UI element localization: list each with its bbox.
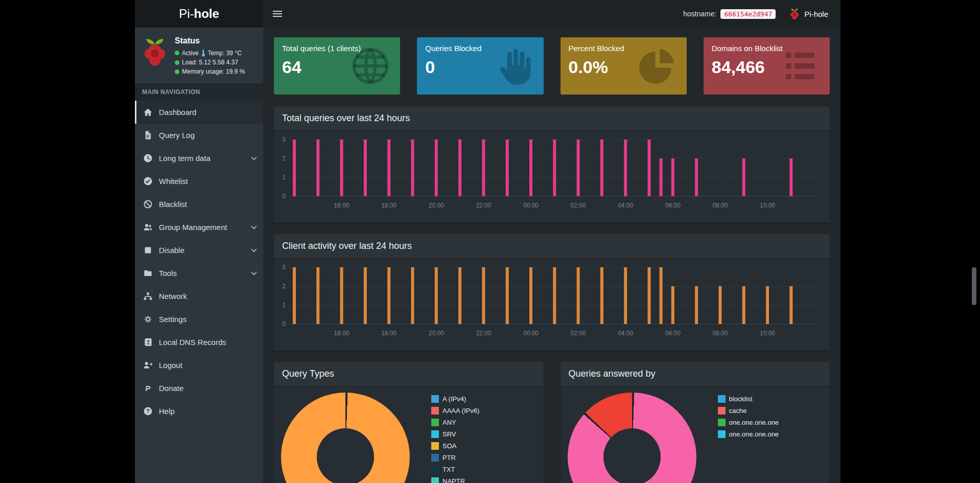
chevron-down-icon — [251, 154, 256, 160]
legend-swatch-icon — [718, 430, 726, 438]
legend-label: SOA — [442, 442, 456, 450]
svg-text:3: 3 — [282, 264, 286, 271]
topbar-pihole-link[interactable]: Pi-hole — [789, 7, 828, 20]
legend-label: AAAA (IPv6) — [442, 407, 479, 415]
legend-item[interactable]: SOA — [431, 442, 479, 450]
status-panel: Status Active Temp: 39 °C Load: 5.12 5.5… — [135, 28, 263, 83]
legend-item[interactable]: A (IPv4) — [431, 395, 479, 403]
sidebar-item-label: Logout — [159, 361, 182, 370]
svg-text:08:00: 08:00 — [712, 202, 728, 209]
sidebar-item-label: Donate — [159, 384, 183, 393]
legend-item[interactable]: SRV — [431, 430, 479, 438]
legend-item[interactable]: PTR — [431, 454, 479, 462]
hostname-label: hostname: — [683, 10, 716, 18]
stat-card-value: 0.0% — [569, 57, 679, 77]
sidebar-item-query-log[interactable]: Query Log — [135, 124, 263, 147]
stat-card-percent-blocked: Percent Blocked0.0% — [561, 37, 687, 95]
legend-item[interactable]: AAAA (IPv6) — [431, 407, 479, 415]
legend-swatch-icon — [718, 419, 726, 426]
raspberry-icon — [789, 7, 800, 20]
legend-swatch-icon — [431, 454, 439, 462]
legend-label: cache — [729, 407, 747, 415]
sidebar-item-label: Blacklist — [159, 200, 187, 209]
stat-card-total-queries-1-clients-: Total queries (1 clients)64 — [274, 37, 400, 95]
sidebar-item-blacklist[interactable]: Blacklist — [135, 193, 263, 216]
sidebar-item-settings[interactable]: Settings — [135, 308, 263, 331]
brand-prefix: Pi- — [179, 7, 194, 21]
legend-swatch-icon — [431, 442, 439, 450]
panel-header: Total queries over last 24 hours — [274, 106, 830, 131]
legend-label: ANY — [442, 419, 456, 426]
svg-text:10:00: 10:00 — [760, 330, 775, 337]
legend-swatch-icon — [431, 407, 439, 415]
legend-label: one.one.one.one — [729, 430, 779, 438]
legend-item[interactable]: ANY — [431, 419, 479, 426]
queries-answered-panel: Queries answered by blocklistcacheone.on… — [561, 362, 830, 483]
panel-title: Queries answered by — [569, 369, 822, 379]
query-types-panel: Query Types A (IPv4)AAAA (IPv6)ANYSRVSOA… — [274, 362, 544, 483]
sidebar-item-label: Whitelist — [159, 177, 188, 186]
sidebar: Status Active Temp: 39 °C Load: 5.12 5.5… — [135, 28, 263, 483]
legend-item[interactable]: cache — [718, 407, 779, 415]
stat-card-value: 0 — [425, 57, 535, 77]
svg-text:20:00: 20:00 — [429, 202, 444, 209]
sidebar-toggle-button[interactable] — [263, 0, 292, 28]
legend-item[interactable]: one.one.one.one — [718, 419, 779, 426]
sidebar-item-label: Settings — [159, 315, 186, 324]
topbar: Pi-hole hostname: 666154e2d947 Pi-hole — [135, 0, 841, 28]
query-types-legend: A (IPv4)AAAA (IPv6)ANYSRVSOAPTRTXTNAPTR — [431, 393, 479, 483]
sidebar-item-help[interactable]: ?Help — [135, 400, 263, 423]
sidebar-item-whitelist[interactable]: Whitelist — [135, 170, 263, 193]
svg-text:00:00: 00:00 — [523, 202, 539, 209]
status-active-label: Active — [182, 50, 199, 57]
panel-header: Query Types — [274, 362, 544, 386]
stat-card-value: 84,466 — [712, 57, 822, 77]
sidebar-item-label: Disable — [159, 246, 184, 255]
status-active-row: Active Temp: 39 °C — [175, 49, 245, 57]
brand-logo-link[interactable]: Pi-hole — [135, 0, 263, 28]
svg-text:P: P — [145, 384, 151, 393]
status-load-value: Load: 5.12 5.58 4.37 — [182, 59, 238, 66]
status-memory-row: Memory usage: 19.9 % — [175, 68, 245, 75]
panel-title: Query Types — [282, 369, 535, 379]
brand-suffix: hole — [194, 7, 219, 21]
client-activity-panel: Client activity over last 24 hours 01231… — [274, 234, 830, 351]
queries-answered-legend: blocklistcacheone.one.one.oneone.one.one… — [718, 393, 779, 483]
sidebar-item-label: Local DNS Records — [159, 338, 226, 347]
sidebar-item-local-dns-records[interactable]: Local DNS Records — [135, 331, 263, 354]
legend-item[interactable]: NAPTR — [431, 477, 479, 483]
sidebar-item-label: Tools — [159, 269, 177, 278]
sidebar-item-network[interactable]: Network — [135, 285, 263, 308]
file-icon — [143, 130, 153, 140]
legend-swatch-icon — [431, 419, 439, 426]
legend-label: blocklist — [729, 395, 753, 403]
bar-chart-svg: 012316:0018:0020:0022:0000:0002:0004:000… — [274, 131, 830, 221]
scrollbar-thumb[interactable] — [972, 267, 976, 305]
sidebar-item-label: Group Management — [159, 223, 227, 232]
sidebar-item-disable[interactable]: Disable — [135, 239, 263, 262]
sidebar-item-logout[interactable]: Logout — [135, 354, 263, 377]
panel-title: Client activity over last 24 hours — [282, 241, 822, 251]
legend-swatch-icon — [431, 466, 439, 473]
total-queries-chart: 012316:0018:0020:0022:0000:0002:0004:000… — [274, 131, 830, 223]
legend-item[interactable]: TXT — [431, 466, 479, 473]
sidebar-item-tools[interactable]: Tools — [135, 262, 263, 285]
legend-swatch-icon — [431, 430, 439, 438]
sidebar-item-label: Help — [159, 407, 175, 416]
users-icon — [143, 222, 153, 232]
paypal-icon: P — [143, 383, 153, 393]
stat-card-title: Total queries (1 clients) — [282, 44, 392, 53]
legend-item[interactable]: blocklist — [718, 395, 779, 403]
legend-item[interactable]: one.one.one.one — [718, 430, 779, 438]
main-content: Total queries (1 clients)64Queries Block… — [263, 28, 841, 483]
topbar-pihole-label: Pi-hole — [804, 10, 828, 18]
legend-swatch-icon — [431, 395, 439, 403]
svg-text:0: 0 — [282, 320, 286, 328]
sidebar-item-long-term-data[interactable]: Long term data — [135, 147, 263, 170]
query-types-donut — [281, 393, 410, 483]
sidebar-item-group-management[interactable]: Group Management — [135, 216, 263, 239]
sidebar-item-donate[interactable]: PDonate — [135, 377, 263, 400]
svg-text:04:00: 04:00 — [618, 330, 633, 337]
queries-answered-donut — [568, 393, 696, 483]
sidebar-item-dashboard[interactable]: Dashboard — [135, 101, 263, 124]
